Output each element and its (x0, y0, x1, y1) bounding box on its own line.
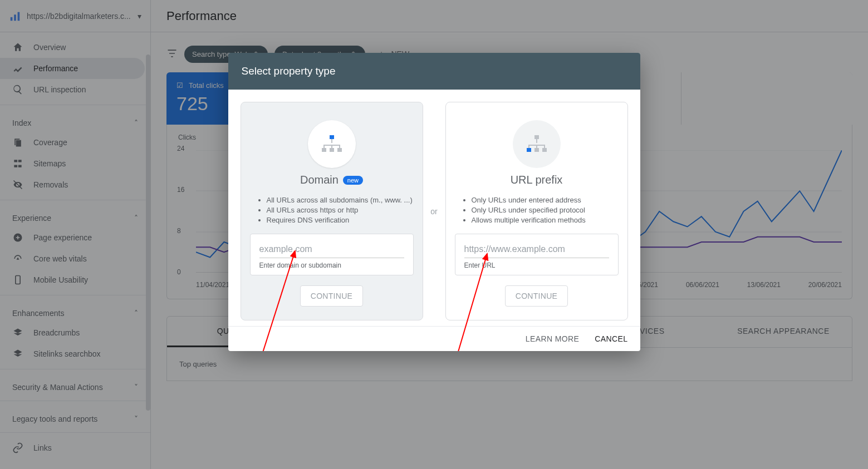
card-url-bullets: Only URLs under entered address Only URL… (455, 194, 619, 226)
svg-rect-14 (534, 135, 539, 139)
svg-rect-10 (322, 148, 326, 152)
or-separator: or (423, 102, 445, 320)
svg-rect-9 (330, 135, 334, 139)
svg-rect-15 (527, 148, 531, 152)
dialog-body: Domain new All URLs across all subdomain… (228, 90, 640, 326)
property-type-dialog: Select property type Domain new All URLs… (228, 53, 640, 351)
domain-continue-button[interactable]: CONTINUE (300, 285, 364, 307)
new-badge: new (343, 176, 363, 185)
card-url-prefix: URL prefix Only URLs under entered addre… (445, 102, 628, 320)
sitemap-icon (513, 120, 561, 168)
card-domain: Domain new All URLs across all subdomain… (241, 102, 423, 320)
card-domain-bullets: All URLs across all subdomains (m., www.… (250, 194, 414, 226)
svg-rect-12 (337, 148, 342, 152)
url-input-wrap: Enter URL (455, 234, 619, 275)
svg-rect-11 (330, 148, 334, 152)
url-continue-button[interactable]: CONTINUE (505, 285, 568, 307)
url-input[interactable] (464, 242, 609, 258)
dialog-title: Select property type (228, 53, 640, 90)
domain-input[interactable] (259, 242, 404, 258)
card-url-title: URL prefix (511, 174, 563, 186)
svg-rect-17 (542, 148, 547, 152)
domain-input-wrap: Enter domain or subdomain (250, 234, 414, 275)
url-input-hint: Enter URL (464, 261, 609, 269)
card-domain-title: Domain new (300, 174, 363, 186)
learn-more-button[interactable]: LEARN MORE (526, 334, 580, 343)
modal-overlay: Select property type Domain new All URLs… (0, 0, 868, 469)
cancel-button[interactable]: CANCEL (595, 334, 627, 343)
dialog-footer: LEARN MORE CANCEL (228, 326, 640, 351)
sitemap-icon (308, 120, 356, 168)
svg-rect-16 (534, 148, 539, 152)
domain-input-hint: Enter domain or subdomain (259, 261, 404, 269)
